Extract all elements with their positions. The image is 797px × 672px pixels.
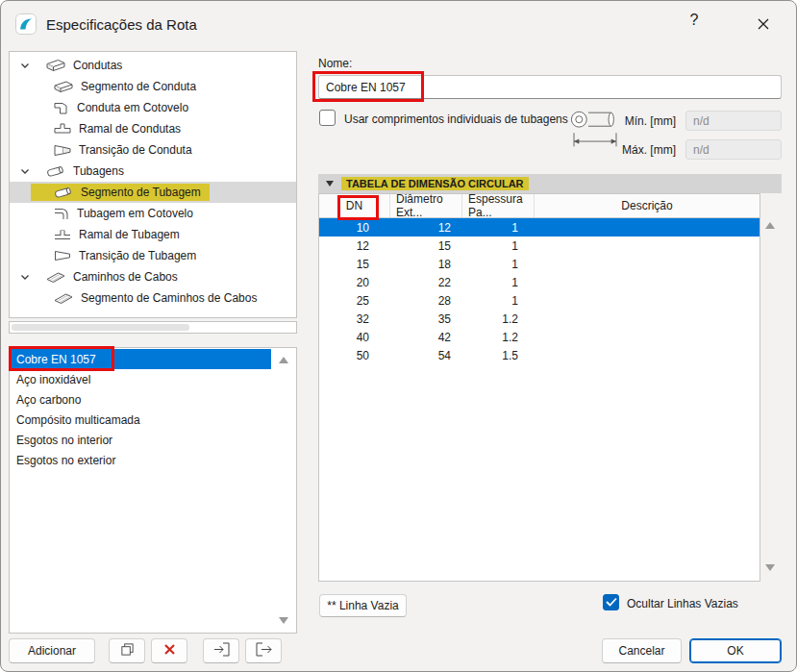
- scroll-down-icon[interactable]: [279, 617, 288, 624]
- export-button[interactable]: [245, 638, 282, 663]
- collapse-triangle-icon[interactable]: [326, 181, 334, 187]
- cell-descricao: [535, 291, 760, 310]
- duplicate-button[interactable]: [109, 638, 145, 663]
- hide-empty-lines-label: Ocultar Linhas Vazias: [627, 597, 738, 610]
- tree-item-segmento-de-conduta[interactable]: Segmento de Conduta: [10, 76, 296, 97]
- tree-item-tubagens[interactable]: Tubagens: [10, 161, 296, 182]
- window-title: Especificações da Rota: [46, 16, 197, 33]
- close-button[interactable]: [751, 14, 776, 36]
- max-label: Máx. [mm]: [616, 143, 676, 157]
- hide-empty-lines-checkbox[interactable]: [603, 594, 619, 610]
- table-row[interactable]: 25 28 1: [319, 291, 760, 310]
- cell-diametro: 22: [390, 273, 462, 291]
- tree-item-label: Segmento de Conduta: [81, 80, 196, 93]
- column-header-diametro[interactable]: Diâmetro Ext...: [390, 194, 462, 217]
- table-row[interactable]: 20 22 1: [319, 273, 760, 291]
- chevron-down-icon[interactable]: [20, 274, 34, 281]
- chevron-down-icon[interactable]: [20, 62, 34, 69]
- tree-item-conduta-em-cotovelo[interactable]: Conduta em Cotovelo: [10, 97, 296, 118]
- help-button[interactable]: ?: [684, 12, 705, 35]
- tree-item-label: Tubagem em Cotovelo: [77, 207, 193, 220]
- cell-espessura: 1.2: [462, 328, 535, 346]
- list-item-esgotos-no-interior[interactable]: Esgotos no interior: [10, 430, 271, 450]
- cell-dn: 32: [319, 310, 390, 328]
- chevron-down-icon[interactable]: [20, 168, 34, 175]
- scroll-up-icon[interactable]: [765, 222, 775, 229]
- list-item-cobre-en-1057[interactable]: Cobre EN 1057: [10, 349, 271, 369]
- close-icon: [757, 17, 770, 34]
- tree-item-tubagem-em-cotovelo[interactable]: Tubagem em Cotovelo: [10, 203, 296, 224]
- cell-diametro: 18: [390, 255, 462, 273]
- list-item-label: Esgotos no interior: [16, 434, 112, 447]
- duct-transition-icon: [54, 144, 71, 157]
- individual-lengths-checkbox[interactable]: [319, 110, 336, 126]
- table-row[interactable]: 12 15 1: [319, 236, 760, 255]
- tree-item-ramal-de-tubagem[interactable]: Ramal de Tubagem: [10, 224, 296, 245]
- red-x-icon: [163, 643, 176, 659]
- cell-descricao: [535, 346, 760, 364]
- element-type-tree: Condutas Segmento de Conduta Conduta em …: [9, 51, 297, 318]
- cell-dn: 15: [319, 255, 390, 273]
- table-row[interactable]: 15 18 1: [319, 255, 760, 273]
- yellow-highlight-marker: Segmento de Tubagem: [31, 184, 210, 201]
- cell-dn: 25: [319, 291, 390, 310]
- tree-item-condutas[interactable]: Condutas: [10, 55, 296, 76]
- cell-dn: 10: [319, 218, 390, 236]
- tree-horizontal-scrollbar[interactable]: [9, 321, 297, 334]
- tree-item-segmento-de-caminhos-de-cabos[interactable]: Segmento de Caminhos de Cabos: [10, 287, 296, 309]
- cell-descricao: [535, 328, 760, 346]
- cable-tray-segment-icon: [54, 291, 73, 305]
- list-item-esgotos-no-exterior[interactable]: Esgotos no exterior: [10, 450, 271, 470]
- tree-item-label: Ramal de Condutas: [79, 122, 181, 136]
- tree-item-label: Segmento de Tubagem: [81, 186, 201, 199]
- individual-lengths-label: Usar comprimentos individuais de tubagen…: [344, 112, 568, 126]
- import-button[interactable]: [203, 638, 239, 663]
- cell-diametro: 28: [390, 291, 462, 310]
- cell-dn: 40: [319, 328, 390, 346]
- cancel-button[interactable]: Cancelar: [602, 638, 682, 663]
- table-row[interactable]: 32 35 1.2: [319, 310, 760, 328]
- list-item-label: Esgotos no exterior: [16, 454, 115, 467]
- table-row[interactable]: 10 12 1: [319, 218, 760, 236]
- pipe-transition-icon: [54, 250, 71, 261]
- tree-item-caminhos-de-cabos[interactable]: Caminhos de Cabos: [10, 266, 296, 287]
- column-header-espessura[interactable]: Espessura Pa...: [462, 194, 535, 217]
- archicad-logo-icon: [15, 13, 37, 35]
- tree-item-segmento-de-tubagem[interactable]: Segmento de Tubagem: [10, 182, 296, 203]
- column-header-descricao[interactable]: Descrição: [535, 194, 760, 217]
- scroll-down-icon[interactable]: [765, 564, 775, 571]
- tree-item-transicao-de-tubagem[interactable]: Transição de Tubagem: [10, 245, 296, 266]
- dimension-table: DN Diâmetro Ext... Espessura Pa... Descr…: [318, 193, 760, 582]
- scrollbar-thumb[interactable]: [12, 324, 189, 331]
- delete-button[interactable]: [151, 638, 187, 663]
- table-row[interactable]: 40 42 1.2: [319, 328, 760, 346]
- tree-item-label: Ramal de Tubagem: [79, 228, 180, 241]
- tree-item-transicao-de-conduta[interactable]: Transição de Conduta: [10, 139, 296, 161]
- cell-espessura: 1: [462, 291, 535, 310]
- cell-espessura: 1.5: [462, 346, 535, 364]
- cable-tray-icon: [46, 270, 65, 284]
- tree-item-label: Caminhos de Cabos: [73, 270, 178, 284]
- list-item-label: Aço inoxidável: [16, 373, 90, 386]
- cell-espessura: 1: [462, 236, 535, 255]
- name-label: Nome:: [318, 57, 352, 70]
- list-item-aco-inoxidavel[interactable]: Aço inoxidável: [10, 369, 271, 389]
- pipe-segment-icon: [54, 186, 73, 199]
- column-header-dn[interactable]: DN: [319, 194, 390, 217]
- list-item-composito-multicamada[interactable]: Compósito multicamada: [10, 410, 271, 430]
- ok-button[interactable]: OK: [689, 638, 782, 663]
- check-icon: [606, 596, 617, 610]
- cell-diametro: 35: [390, 310, 462, 328]
- cell-espessura: 1: [462, 218, 535, 236]
- scroll-up-icon[interactable]: [279, 357, 288, 363]
- cell-descricao: [535, 255, 760, 273]
- circular-dimension-section-header[interactable]: TABELA DE DIMENSÃO CIRCULAR: [318, 174, 782, 193]
- name-input[interactable]: [318, 75, 782, 99]
- list-item-aco-carbono[interactable]: Aço carbono: [10, 389, 271, 410]
- empty-line-button[interactable]: ** Linha Vazia: [319, 594, 407, 617]
- table-row[interactable]: 50 54 1.5: [319, 346, 760, 364]
- pipe-branch-icon: [54, 229, 71, 241]
- add-button[interactable]: Adicionar: [9, 638, 95, 663]
- tree-item-ramal-de-condutas[interactable]: Ramal de Condutas: [10, 118, 296, 139]
- cell-descricao: [535, 236, 760, 255]
